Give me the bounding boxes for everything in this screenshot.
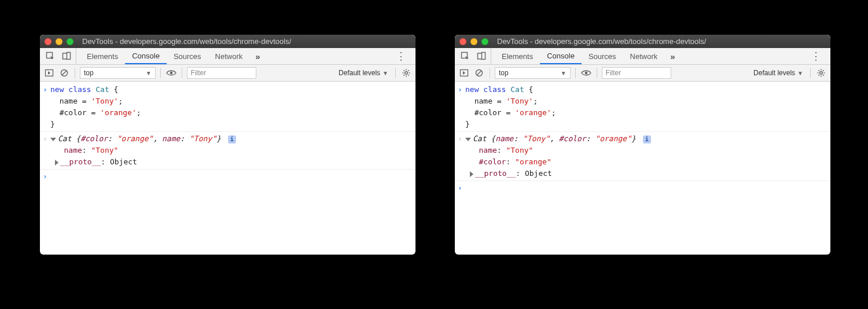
svg-line-29 (823, 75, 823, 75)
close-icon[interactable] (45, 38, 52, 45)
console-prompt-row[interactable]: › (40, 171, 415, 182)
context-label: top (84, 69, 94, 77)
kebab-menu-icon[interactable]: ⋮ (805, 50, 827, 62)
console-toolbar: top ▼ Default levels ▼ (40, 65, 415, 82)
zoom-icon[interactable] (67, 38, 73, 45)
svg-point-23 (820, 72, 823, 75)
svg-point-6 (170, 72, 172, 75)
tab-console[interactable]: Console (125, 48, 167, 64)
svg-line-5 (62, 71, 66, 75)
tab-bar: Elements Console Sources Network » ⋮ (40, 48, 415, 65)
device-toolbar-icon[interactable] (61, 50, 72, 62)
devtools-window: DevTools - developers.google.com/web/too… (40, 35, 415, 255)
svg-line-28 (818, 70, 819, 71)
gear-icon[interactable] (815, 67, 827, 79)
log-levels-select[interactable]: Default levels ▼ (336, 67, 391, 79)
tab-bar: Elements Console Sources Network » ⋮ (455, 48, 830, 65)
tab-sources[interactable]: Sources (167, 48, 208, 64)
kebab-menu-icon[interactable]: ⋮ (390, 50, 412, 62)
svg-point-7 (405, 72, 408, 75)
console-prompt-row[interactable]: › (455, 182, 830, 194)
close-icon[interactable] (459, 38, 466, 45)
toggle-sidebar-icon[interactable] (458, 67, 470, 79)
live-expression-icon[interactable] (580, 67, 592, 79)
console-toolbar: top ▼ Default levels ▼ (455, 65, 830, 82)
context-select[interactable]: top ▼ (495, 67, 571, 79)
caret-down-icon[interactable] (465, 138, 471, 141)
svg-point-22 (584, 72, 587, 75)
svg-line-14 (408, 70, 409, 71)
svg-line-13 (408, 75, 409, 75)
devtools-window: DevTools - developers.google.com/web/too… (455, 35, 830, 255)
chevron-down-icon: ▼ (797, 70, 803, 76)
more-tabs-icon[interactable]: » (249, 52, 266, 61)
console-input-row: › new class Cat { name = 'Tony'; #color … (40, 84, 415, 130)
context-select[interactable]: top ▼ (80, 67, 156, 79)
console-input-row: › new class Cat { name = 'Tony'; #color … (455, 84, 830, 130)
tab-elements[interactable]: Elements (80, 48, 125, 64)
prompt-icon: › (455, 182, 465, 194)
console-body[interactable]: › new class Cat { name = 'Tony'; #color … (40, 82, 415, 255)
filter-input[interactable] (187, 67, 256, 79)
svg-line-21 (477, 71, 481, 75)
traffic-lights (45, 38, 73, 45)
result-object[interactable]: Cat {name: "Tony", #color: "orange"} i n… (465, 133, 827, 179)
svg-rect-2 (67, 53, 71, 60)
inspect-icon[interactable] (45, 50, 56, 62)
titlebar[interactable]: DevTools - developers.google.com/web/too… (40, 35, 415, 48)
result-icon: ‹ (455, 133, 465, 179)
caret-right-icon[interactable] (470, 171, 473, 177)
result-object[interactable]: Cat {#color: "orange", name: "Tony"} i n… (50, 133, 412, 168)
caret-down-icon[interactable] (50, 138, 56, 141)
prompt-icon: › (40, 84, 50, 130)
console-body[interactable]: › new class Cat { name = 'Tony'; #color … (455, 82, 830, 255)
svg-rect-18 (482, 53, 486, 60)
svg-line-30 (823, 70, 823, 71)
clear-console-icon[interactable] (58, 67, 70, 79)
tab-elements[interactable]: Elements (495, 48, 540, 64)
titlebar[interactable]: DevTools - developers.google.com/web/too… (455, 35, 830, 48)
console-result-row: ‹ Cat {#color: "orange", name: "Tony"} i… (40, 133, 415, 168)
device-toolbar-icon[interactable] (476, 50, 487, 62)
console-input[interactable]: new class Cat { name = 'Tony'; #color = … (465, 84, 827, 130)
live-expression-icon[interactable] (165, 67, 177, 79)
filter-input[interactable] (602, 67, 671, 79)
window-title: DevTools - developers.google.com/web/too… (497, 37, 706, 46)
info-icon[interactable]: i (228, 135, 236, 144)
chevron-down-icon: ▼ (146, 70, 152, 76)
window-title: DevTools - developers.google.com/web/too… (82, 37, 291, 46)
log-levels-select[interactable]: Default levels ▼ (751, 67, 806, 79)
tab-sources[interactable]: Sources (582, 48, 623, 64)
tab-network[interactable]: Network (208, 48, 250, 64)
console-result-row: ‹ Cat {name: "Tony", #color: "orange"} i… (455, 133, 830, 179)
chevron-down-icon: ▼ (382, 70, 388, 76)
svg-line-12 (403, 70, 404, 71)
zoom-icon[interactable] (481, 38, 488, 45)
context-label: top (499, 69, 509, 77)
svg-line-15 (403, 75, 404, 75)
prompt-icon: › (40, 171, 50, 182)
svg-line-31 (818, 75, 819, 75)
result-icon: ‹ (40, 133, 50, 168)
minimize-icon[interactable] (56, 38, 62, 45)
levels-label: Default levels (339, 69, 380, 77)
caret-right-icon[interactable] (55, 160, 58, 165)
levels-label: Default levels (753, 69, 795, 77)
toggle-sidebar-icon[interactable] (43, 67, 55, 79)
traffic-lights (459, 38, 488, 45)
tab-network[interactable]: Network (623, 48, 665, 64)
minimize-icon[interactable] (470, 38, 477, 45)
gear-icon[interactable] (400, 67, 412, 79)
clear-console-icon[interactable] (473, 67, 485, 79)
more-tabs-icon[interactable]: » (664, 52, 681, 61)
console-input[interactable]: new class Cat { name = 'Tony'; #color = … (50, 84, 412, 130)
chevron-down-icon: ▼ (561, 70, 567, 76)
tab-console[interactable]: Console (540, 48, 582, 64)
info-icon[interactable]: i (643, 135, 651, 144)
inspect-icon[interactable] (459, 50, 471, 62)
prompt-icon: › (455, 84, 465, 130)
